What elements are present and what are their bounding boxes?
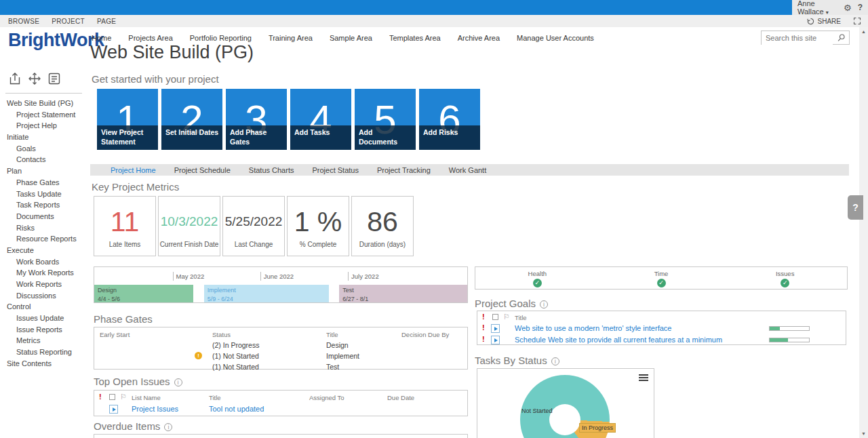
sidebar-item-resource-reports[interactable]: Resource Reports bbox=[0, 233, 90, 245]
gantt-bar-test[interactable]: Test6/27 - 8/1 bbox=[339, 285, 467, 302]
promote-icon[interactable] bbox=[7, 71, 22, 86]
info-icon[interactable]: i bbox=[164, 423, 172, 431]
tab-project-home[interactable]: Project Home bbox=[111, 166, 156, 174]
issue-list-link[interactable]: Project Issues bbox=[132, 405, 178, 413]
chart-menu-icon[interactable] bbox=[639, 374, 648, 382]
user-menu[interactable]: Anne Wallace ▾ bbox=[797, 0, 837, 16]
gantt-bar-design[interactable]: Design4/4 - 5/6 bbox=[94, 285, 193, 302]
goal-link[interactable]: Schedule Web site to provide all current… bbox=[515, 336, 722, 344]
metric-duration: 86 Duration (days) bbox=[351, 196, 414, 256]
sidebar-item-issues-update[interactable]: Issues Update bbox=[0, 313, 90, 324]
column-header: Title bbox=[326, 331, 338, 338]
ribbon-tab-browse[interactable]: BROWSE bbox=[8, 18, 39, 25]
sidebar-item-task-reports[interactable]: Task Reports bbox=[0, 199, 90, 211]
sidebar-item-contacts[interactable]: Contacts bbox=[0, 154, 90, 165]
gear-icon[interactable]: ⚙ bbox=[844, 3, 852, 12]
edit-links-icon[interactable] bbox=[47, 71, 62, 86]
get-started-heading: Get started with your project bbox=[92, 73, 219, 85]
tile-label: View Project Statement bbox=[97, 125, 158, 146]
nav-item-projects-area[interactable]: Projects Area bbox=[128, 34, 172, 42]
sidebar-item-goals[interactable]: Goals bbox=[0, 143, 90, 155]
nav-item-training-area[interactable]: Training Area bbox=[269, 34, 313, 42]
share-button[interactable]: SHARE bbox=[818, 18, 841, 25]
metric-percent-complete: 1 % % Complete bbox=[287, 196, 349, 256]
sidebar-item-project-help[interactable]: Project Help bbox=[0, 120, 90, 132]
tile-add-risks[interactable]: 6 Add Risks bbox=[419, 89, 480, 150]
sidebar-item-discussions[interactable]: Discussions bbox=[0, 290, 90, 302]
select-all-checkbox[interactable] bbox=[492, 314, 498, 320]
donut-label-in-progress: In Progress bbox=[579, 423, 616, 433]
tile-add-phase-gates[interactable]: 3 Add Phase Gates bbox=[226, 89, 287, 150]
sidebar-item-metrics[interactable]: Metrics bbox=[0, 335, 90, 346]
metric-value: 11 bbox=[94, 205, 155, 239]
scroll-up-arrow[interactable]: ▲ bbox=[859, 29, 868, 34]
phase-gate-row[interactable]: ! (1) Not Started Implement bbox=[94, 351, 467, 361]
gantt-bar-implement[interactable]: Implement5/9 - 6/24 bbox=[204, 285, 330, 302]
ribbon-tab-project[interactable]: PROJECT bbox=[52, 18, 85, 25]
overdue-items-table bbox=[94, 434, 468, 438]
move-icon[interactable] bbox=[27, 71, 42, 86]
sidebar-item-control[interactable]: Control bbox=[0, 301, 90, 313]
sidebar-item-documents[interactable]: Documents bbox=[0, 211, 90, 222]
tab-project-status[interactable]: Project Status bbox=[312, 166, 358, 174]
nav-item-templates-area[interactable]: Templates Area bbox=[389, 34, 441, 42]
vertical-scrollbar[interactable]: ▲ ▼ bbox=[859, 27, 868, 438]
sidebar-item-phase-gates[interactable]: Phase Gates bbox=[0, 177, 90, 188]
select-all-checkbox[interactable] bbox=[109, 394, 115, 400]
gate-title: Test bbox=[326, 363, 339, 371]
sidebar-item-web-site-build[interactable]: Web Site Build (PG) bbox=[0, 98, 90, 109]
sidebar-item-plan[interactable]: Plan bbox=[0, 165, 90, 177]
metric-value: 10/3/2022 bbox=[159, 205, 220, 239]
sidebar-item-project-statement[interactable]: Project Statement bbox=[0, 109, 90, 121]
dashboard-tabs: Project Home Project Schedule Status Cha… bbox=[90, 164, 849, 176]
sidebar-item-execute[interactable]: Execute bbox=[0, 245, 90, 256]
ribbon-tab-page[interactable]: PAGE bbox=[97, 18, 116, 25]
info-icon[interactable]: i bbox=[551, 357, 559, 365]
sidebar-item-tasks-update[interactable]: Tasks Update bbox=[0, 188, 90, 200]
issue-row: Project Issues Tool not updated bbox=[94, 403, 467, 416]
tab-work-gantt[interactable]: Work Gantt bbox=[449, 166, 486, 174]
suite-bar-right: Anne Wallace ▾ ⚙ ? bbox=[792, 0, 868, 15]
goal-link[interactable]: Web site to use a modern 'metro' style i… bbox=[515, 324, 671, 332]
phase-gate-row[interactable]: (2) In Progress Design bbox=[94, 340, 467, 351]
scroll-down-arrow[interactable]: ▼ bbox=[859, 431, 868, 436]
help-flyout-tab[interactable]: ? bbox=[848, 195, 863, 220]
column-header: Early Start bbox=[100, 331, 130, 338]
sidebar-item-status-reporting[interactable]: Status Reporting bbox=[0, 346, 90, 358]
info-icon[interactable]: i bbox=[174, 378, 182, 386]
tile-add-tasks[interactable]: 4 Add Tasks bbox=[290, 89, 351, 150]
expand-icon[interactable] bbox=[109, 405, 118, 414]
tile-add-documents[interactable]: 5 Add Documents bbox=[355, 89, 416, 150]
sidebar-item-site-contents[interactable]: Site Contents bbox=[0, 358, 90, 370]
column-header: List Name bbox=[132, 394, 161, 401]
tile-set-initial-dates[interactable]: 2 Set Initial Dates bbox=[161, 89, 222, 150]
nav-item-home[interactable]: Home bbox=[92, 34, 111, 42]
sidebar-item-work-reports[interactable]: Work Reports bbox=[0, 279, 90, 290]
nav-item-sample-area[interactable]: Sample Area bbox=[330, 34, 372, 42]
phase-gate-row[interactable]: (1) Not Started Test bbox=[94, 361, 467, 372]
expand-icon[interactable] bbox=[491, 324, 500, 333]
tab-project-tracking[interactable]: Project Tracking bbox=[377, 166, 431, 174]
flag-column-icon: ⚐ bbox=[120, 393, 127, 401]
tab-status-charts[interactable]: Status Charts bbox=[249, 166, 294, 174]
sidebar-item-work-boards[interactable]: Work Boards bbox=[0, 256, 90, 268]
info-icon[interactable]: i bbox=[540, 300, 548, 308]
metric-label: Late Items bbox=[94, 241, 155, 248]
nav-item-archive-area[interactable]: Archive Area bbox=[458, 34, 500, 42]
sidebar-item-issue-reports[interactable]: Issue Reports bbox=[0, 324, 90, 336]
tile-view-project-statement[interactable]: 1 View Project Statement bbox=[97, 89, 158, 150]
search-icon[interactable] bbox=[837, 33, 846, 42]
suite-bar bbox=[0, 0, 868, 15]
sidebar-item-my-work-reports[interactable]: My Work Reports bbox=[0, 267, 90, 279]
sidebar-item-risks[interactable]: Risks bbox=[0, 222, 90, 234]
issue-title-link[interactable]: Tool not updated bbox=[209, 405, 264, 413]
nav-item-portfolio-reporting[interactable]: Portfolio Reporting bbox=[190, 34, 252, 42]
help-icon[interactable]: ? bbox=[858, 3, 863, 12]
nav-item-manage-user-accounts[interactable]: Manage User Accounts bbox=[517, 34, 594, 42]
search-input[interactable] bbox=[762, 32, 833, 45]
focus-mode-icon[interactable] bbox=[853, 17, 861, 25]
sidebar-item-initiate[interactable]: Initiate bbox=[0, 132, 90, 143]
expand-icon[interactable] bbox=[491, 336, 500, 344]
tab-project-schedule[interactable]: Project Schedule bbox=[174, 166, 231, 174]
donut-label-not-started: Not Started bbox=[521, 407, 553, 414]
